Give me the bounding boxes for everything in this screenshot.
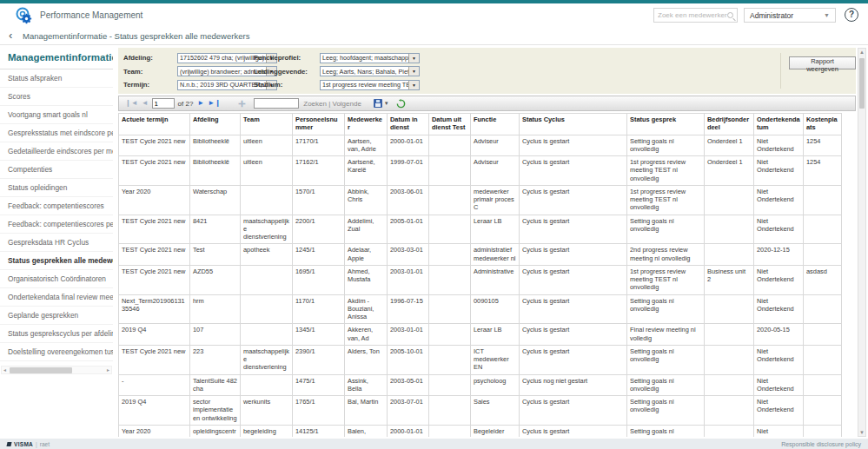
visma-logo-icon [6,442,11,446]
table-cell: 2003-03-01 [388,244,429,266]
table-cell: TEST Cycle 2021 new [119,265,190,294]
filter-dropdown[interactable]: Leeg; Aarts, Nans; Bahala, Pieternel▼ [320,66,420,76]
table-cell: Setting goals nl onvolledig [627,374,705,396]
table-cell: Adviseur [471,135,520,156]
table-cell: 1345/1 [293,324,345,346]
table-cell: 2019 Q4 [119,324,190,346]
scrollbar-thumb[interactable] [859,58,865,109]
table-cell: Aartsen, van, Adrie [345,135,388,156]
employee-search[interactable] [653,8,738,23]
find-text-input[interactable] [254,98,299,109]
sidebar-item[interactable]: Gedetailleerde eindscores per medewerke [0,142,113,161]
dropdown-arrow-icon[interactable]: ▼ [408,81,419,89]
table-row: TEST Cycle 2021 newBibliotheeklëuitleen1… [119,135,842,156]
page-number-input[interactable] [152,98,175,109]
search-icon[interactable] [727,12,733,18]
table-cell [429,324,471,346]
table-cell: 17162/1 [293,156,345,186]
table-cell: Cyclus is gestart [520,294,627,324]
table-cell: 1996-07-15 [388,294,429,324]
sidebar-item[interactable]: Gespreksstatus met eindscore per medew [0,124,113,142]
export-caret-icon[interactable]: ▼ [384,101,389,106]
table-cell: 1695/1 [293,265,345,294]
table-row: TEST Cycle 2021 newTestapotheek1245/1Ade… [119,244,842,266]
sidebar-item[interactable]: Status opleidingen [0,179,113,197]
filter-dropdown[interactable]: Leeg; hoofdagent; maatschappelijk▼ [320,53,420,63]
export-button[interactable]: ▼ [374,99,389,108]
table-cell: Niet Ondertekend [754,345,804,374]
scrollbar-thumb[interactable] [10,367,72,373]
table-cell: Cyclus is gestart [520,156,627,186]
sidebar-item[interactable]: Organisatorisch Coördinatoren [0,270,113,288]
table-cell [241,374,293,396]
sidebar-item[interactable]: Voortgang smart goals nl [0,106,113,124]
scroll-up-icon[interactable]: ▲ [858,50,865,55]
scroll-left-icon[interactable]: ◂ [3,366,6,374]
table-cell: Niet Ondertekend [754,396,804,426]
table-cell: Adelaar, Appie [345,244,388,266]
previous-page-icon[interactable]: ◄ [142,96,149,110]
table-cell: Setting goals nl onvolledig [627,294,705,324]
back-icon[interactable]: ‹ [9,29,12,42]
column-header: Kostenplaats [804,114,842,135]
table-cell: Cyclus is gestart [520,185,627,215]
sidebar-item[interactable]: Feedback: competentiescores per medew [0,215,113,234]
table-cell: Niet Ondertekend [754,135,804,156]
sidebar-item[interactable]: Geplande gesprekken [0,307,113,325]
view-report-button[interactable]: Rapport weergeven [789,56,856,69]
brand-logo: VISMA | raet [7,441,50,447]
table-cell [429,244,471,266]
sidebar-item[interactable]: Status gesprekscyclus per afdeling [0,325,113,343]
sidebar-item[interactable]: Scores [0,88,113,106]
table-cell: 1765/1 [293,396,345,426]
table-cell: medewerker primair proces C [471,185,520,215]
table-cell: 2005-10-01 [388,345,429,374]
first-page-icon[interactable]: ❙◄ [125,96,138,110]
table-cell: sector implementatie en ontwikkeling [190,396,241,426]
brand-secondary: raet [40,441,50,447]
help-button[interactable]: ? [845,8,858,22]
table-cell: 2nd progress review meeting nl onvolledi… [627,244,705,266]
export-save-icon[interactable] [374,99,382,108]
refresh-icon[interactable] [396,99,406,109]
table-cell: 2020-12-15 [754,244,804,266]
table-cell: 1570/1 [293,185,345,215]
footer: VISMA | raet Responsible disclosure poli… [0,439,868,449]
search-input[interactable] [658,11,727,19]
table-cell: asdasd [804,265,842,294]
sidebar-item[interactable]: Gespreksdata HR Cyclus [0,234,113,252]
role-select[interactable]: Administrator ▼ [744,8,836,23]
table-cell: Cyclus is gestart [520,324,627,346]
table-cell: Adviseur [471,156,520,186]
responsible-disclosure-link[interactable]: Responsible disclosure policy [781,441,861,447]
column-header: Ondertekendatum [754,114,804,135]
next-page-icon[interactable]: ► [197,96,204,110]
app-logo-icon [14,6,33,25]
dropdown-arrow-icon[interactable]: ▼ [408,67,419,76]
sidebar-horizontal-scrollbar[interactable]: ◂ ▸ [1,366,112,374]
column-header: Bedrijfsonderdeel [705,114,754,135]
sidebar-item[interactable]: Ondertekendata final review meeting nl [0,288,113,307]
table-row: Next_Term20190613135546hrm1170/1Akdim - … [119,294,842,324]
table-cell: Abbink, Chris [345,185,388,215]
table-cell: 2019 Q4 [119,396,190,426]
find-next-links[interactable]: Zoeken | Volgende [303,100,361,108]
sidebar-item[interactable]: Doelstelling overeengekomen tussen med [0,343,113,361]
scroll-down-icon[interactable]: ▼ [858,430,865,435]
sidebar-item[interactable]: Feedback: competentiescores [0,197,113,215]
table-cell: Niet Ondertekend [754,265,804,294]
sidebar-item[interactable]: Status gesprekken alle medewerkers [0,252,113,270]
scroll-right-icon[interactable]: ▸ [107,366,109,374]
filter-dropdown[interactable]: 1st progress review meeting TEST n▼ [320,80,420,90]
table-row: TEST Cycle 2021 newAZD551695/1Ahmed, Mus… [119,265,842,294]
table-cell: Cyclus is gestart [520,396,627,426]
sidebar-item[interactable]: Competenties [0,161,113,179]
filter-panel: Afdeling:17152602 479 cha; (vrijwillige)… [118,48,856,94]
last-page-icon[interactable]: ►❙ [208,96,221,110]
dropdown-arrow-icon[interactable]: ▼ [408,54,419,63]
filter-col-2: Functieprofiel:Leeg; hoofdagent; maatsch… [254,52,420,93]
column-header: Actuele termijn [119,114,190,135]
parent-report-icon[interactable]: ✛ [238,99,245,109]
sidebar-item[interactable]: Status afspraken [0,69,113,88]
vertical-scrollbar[interactable]: ▲ ▼ [858,48,866,437]
